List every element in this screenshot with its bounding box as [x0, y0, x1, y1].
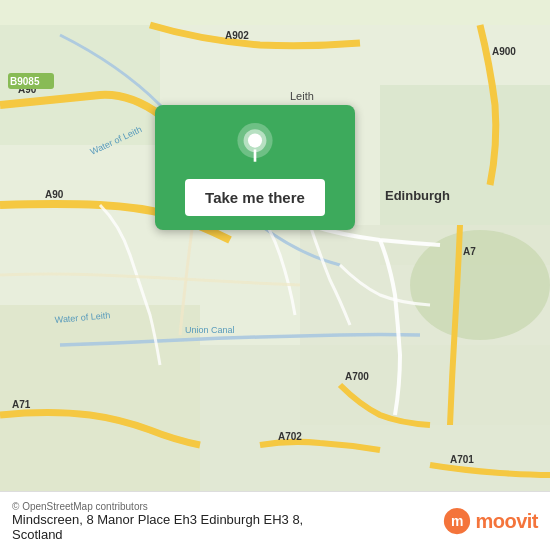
- svg-text:Leith: Leith: [290, 90, 314, 102]
- svg-text:A7: A7: [463, 246, 476, 257]
- svg-text:B9085: B9085: [10, 76, 40, 87]
- svg-text:A71: A71: [12, 399, 31, 410]
- take-me-there-button[interactable]: Take me there: [185, 179, 325, 216]
- location-pin-icon: [233, 123, 277, 167]
- osm-attribution: © OpenStreetMap contributors: [12, 501, 303, 512]
- address-region: Scotland: [12, 527, 63, 542]
- moovit-brand-text: moovit: [475, 510, 538, 533]
- svg-text:A701: A701: [450, 454, 474, 465]
- address-line1: Mindscreen, 8 Manor Place Eh3 Edinburgh …: [12, 512, 303, 527]
- svg-point-25: [248, 134, 262, 148]
- map-container: Union Canal A90 B9085 A902 A900 A90 A71 …: [0, 0, 550, 550]
- svg-text:Union Canal: Union Canal: [185, 325, 235, 335]
- svg-text:m: m: [451, 513, 463, 529]
- location-card: Take me there: [155, 105, 355, 230]
- address-text: Mindscreen, 8 Manor Place Eh3 Edinburgh …: [12, 512, 303, 542]
- svg-text:A902: A902: [225, 30, 249, 41]
- svg-text:A700: A700: [345, 371, 369, 382]
- moovit-icon: m: [443, 507, 471, 535]
- svg-text:Edinburgh: Edinburgh: [385, 188, 450, 203]
- map-svg: Union Canal A90 B9085 A902 A900 A90 A71 …: [0, 0, 550, 550]
- bottom-bar: © OpenStreetMap contributors Mindscreen,…: [0, 491, 550, 550]
- svg-text:A900: A900: [492, 46, 516, 57]
- svg-point-6: [410, 230, 550, 340]
- moovit-logo: m moovit: [443, 507, 538, 535]
- svg-text:A90: A90: [45, 189, 64, 200]
- bottom-left: © OpenStreetMap contributors Mindscreen,…: [12, 500, 303, 542]
- svg-text:A702: A702: [278, 431, 302, 442]
